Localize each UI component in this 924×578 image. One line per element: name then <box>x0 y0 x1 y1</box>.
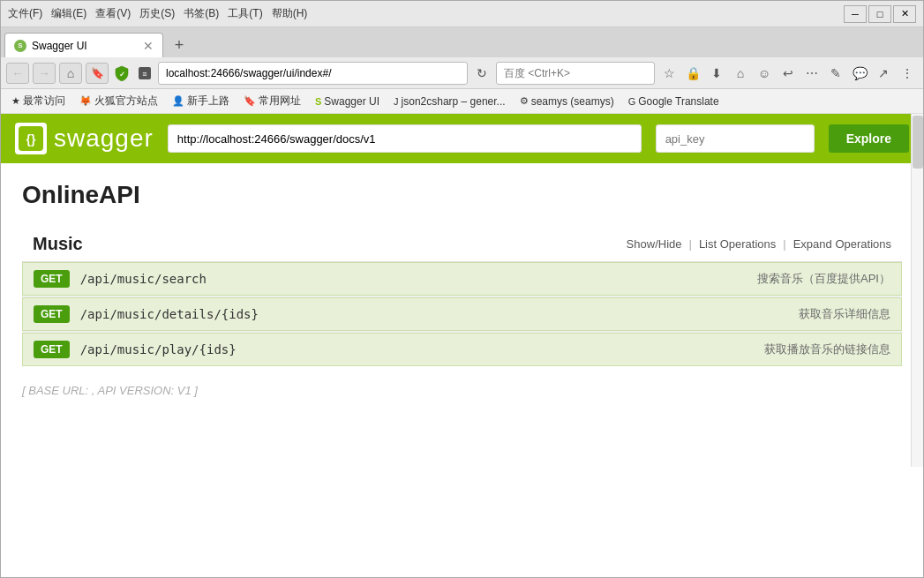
close-button[interactable]: ✕ <box>893 5 916 23</box>
swagger-logo: {} swagger <box>15 123 154 154</box>
bookmark-swagger-icon: S <box>315 96 321 107</box>
bookmark-common[interactable]: 🔖 常用网址 <box>240 92 304 110</box>
endpoint-desc-details: 获取音乐详细信息 <box>799 306 890 322</box>
endpoints-list: GET /api/music/search 搜索音乐（百度提供API） GET … <box>22 262 902 366</box>
svg-text:{}: {} <box>26 132 36 146</box>
method-badge-get-2: GET <box>34 305 70 323</box>
home-button[interactable]: ⌂ <box>59 63 82 84</box>
bookmark-newbie-icon: 👤 <box>172 95 184 107</box>
api-title: OnlineAPI <box>22 181 902 209</box>
method-badge-get-3: GET <box>34 341 70 358</box>
bookmark-label: Swagger UI <box>324 95 379 108</box>
bookmark-label: 新手上路 <box>187 94 229 109</box>
music-section: Music Show/Hide | List Operations | Expa… <box>22 227 902 366</box>
bookmark-github-icon: ⚙ <box>520 95 529 107</box>
menu-tools[interactable]: 工具(T) <box>228 6 262 21</box>
tab-close-button[interactable]: ✕ <box>143 39 154 53</box>
home-nav-icon[interactable]: ⌂ <box>730 63 751 84</box>
address-bar-input[interactable] <box>158 62 468 85</box>
expand-operations-link[interactable]: Expand Operations <box>793 237 891 251</box>
nav-bar: ← → ⌂ 🔖 ✓ ≡ ↻ ☆ 🔒 ⬇ ⌂ ☺ ↩ ⋯ ✎ 💬 ↗ ⋮ <box>1 57 923 89</box>
pencil-icon[interactable]: ✎ <box>825 63 846 84</box>
swagger-logo-text: swagger <box>54 124 154 153</box>
bookmark-label: json2csharp – gener... <box>402 95 506 108</box>
bookmark-label: 常用网址 <box>259 94 301 109</box>
bookmark-star-icon: ★ <box>11 95 20 107</box>
menu-view[interactable]: 查看(V) <box>95 6 131 21</box>
bookmark-firefox[interactable]: 🦊 火狐官方站点 <box>76 92 162 110</box>
swagger-header: {} swagger Explore <box>1 114 923 163</box>
svg-text:≡: ≡ <box>142 70 146 79</box>
endpoint-path-details: /api/music/details/{ids} <box>80 307 788 321</box>
divider-1: | <box>688 237 691 251</box>
swagger-logo-icon: {} <box>15 123 47 154</box>
tab-bar: S Swagger UI ✕ + <box>1 27 923 57</box>
endpoint-row-details[interactable]: GET /api/music/details/{ids} 获取音乐详细信息 <box>22 297 902 331</box>
endpoint-desc-play: 获取播放音乐的链接信息 <box>764 342 890 357</box>
bookmark-newbie[interactable]: 👤 新手上路 <box>169 92 233 110</box>
tab-label: Swagger UI <box>32 40 138 52</box>
restore-button[interactable]: □ <box>868 5 891 23</box>
menu-edit[interactable]: 编辑(E) <box>51 6 86 21</box>
scrollbar-track[interactable] <box>911 114 923 467</box>
bookmark-most-visited[interactable]: ★ 最常访问 <box>8 92 69 110</box>
menu-history[interactable]: 历史(S) <box>139 6 175 21</box>
bookmark-translate-icon: G <box>628 96 636 107</box>
swagger-api-key-input[interactable] <box>656 124 815 153</box>
section-actions: Show/Hide | List Operations | Expand Ope… <box>627 237 891 251</box>
section-header: Music Show/Hide | List Operations | Expa… <box>22 227 902 262</box>
endpoint-row-play[interactable]: GET /api/music/play/{ids} 获取播放音乐的链接信息 <box>22 333 902 366</box>
scrollbar-thumb[interactable] <box>913 116 923 169</box>
more-icon[interactable]: ⋯ <box>801 63 823 84</box>
smiley-icon[interactable]: ☺ <box>754 63 775 84</box>
endpoint-desc-search: 搜索音乐（百度提供API） <box>757 271 890 287</box>
bookmark-label: 最常访问 <box>23 94 65 109</box>
search-input[interactable] <box>496 62 655 85</box>
minimize-button[interactable]: ─ <box>844 5 867 23</box>
method-badge-get-1: GET <box>34 270 70 288</box>
forward-button[interactable]: → <box>33 63 56 84</box>
back-arrow-icon[interactable]: ↩ <box>778 63 799 84</box>
bookmark-label: 火狐官方站点 <box>94 94 158 109</box>
window-controls: ─ □ ✕ <box>844 5 916 23</box>
divider-2: | <box>783 237 785 251</box>
endpoint-path-search: /api/music/search <box>80 272 747 286</box>
swagger-main-content: OnlineAPI Music Show/Hide | List Operati… <box>1 163 923 415</box>
section-title: Music <box>33 234 627 254</box>
bookmark-json-icon: J <box>394 96 399 107</box>
speech-icon[interactable]: 💬 <box>849 63 870 84</box>
tab-favicon: S <box>14 40 26 52</box>
active-tab[interactable]: S Swagger UI ✕ <box>4 33 163 57</box>
bookmark-label: seamys (seamys) <box>531 95 614 108</box>
back-button[interactable]: ← <box>6 63 29 84</box>
browser-frame: 文件(F) 编辑(E) 查看(V) 历史(S) 书签(B) 工具(T) 帮助(H… <box>0 0 924 578</box>
show-hide-link[interactable]: Show/Hide <box>627 237 682 251</box>
title-bar-menu: 文件(F) 编辑(E) 查看(V) 历史(S) 书签(B) 工具(T) 帮助(H… <box>8 6 307 21</box>
menu-dots-icon[interactable]: ⋮ <box>897 63 918 84</box>
menu-file[interactable]: 文件(F) <box>8 6 42 21</box>
menu-help[interactable]: 帮助(H) <box>272 6 308 21</box>
menu-bookmarks[interactable]: 书签(B) <box>184 6 219 21</box>
endpoint-row-search[interactable]: GET /api/music/search 搜索音乐（百度提供API） <box>22 262 902 296</box>
share-icon[interactable]: ↗ <box>873 63 894 84</box>
refresh-button[interactable]: ↻ <box>471 63 492 84</box>
extra-icon: ≡ <box>135 64 154 83</box>
title-bar: 文件(F) 编辑(E) 查看(V) 历史(S) 书签(B) 工具(T) 帮助(H… <box>1 1 923 27</box>
bookmark-translate[interactable]: G Google Translate <box>625 94 723 109</box>
page-wrapper: {} swagger Explore OnlineAPI Music Show/ <box>1 114 923 577</box>
explore-button[interactable]: Explore <box>829 124 909 153</box>
bookmark-json2csharp[interactable]: J json2csharp – gener... <box>390 94 509 109</box>
bookmarks-bar: ★ 最常访问 🦊 火狐官方站点 👤 新手上路 🔖 常用网址 S Swagger … <box>1 89 923 114</box>
nav-toolbar-icons: ☆ 🔒 ⬇ ⌂ ☺ ↩ ⋯ ✎ 💬 ↗ ⋮ <box>658 63 918 84</box>
star-icon[interactable]: ☆ <box>658 63 680 84</box>
list-operations-link[interactable]: List Operations <box>699 237 776 251</box>
bookmark-star[interactable]: 🔖 <box>86 63 109 84</box>
base-url-info: [ BASE URL: , API VERSION: V1 ] <box>22 384 902 397</box>
swagger-url-input[interactable] <box>168 124 642 153</box>
bookmark-seamys[interactable]: ⚙ seamys (seamys) <box>516 94 618 109</box>
download-icon[interactable]: ⬇ <box>706 63 727 84</box>
security-shield-icon: ✓ <box>112 64 131 83</box>
new-tab-button[interactable]: + <box>167 33 192 57</box>
lock-icon[interactable]: 🔒 <box>682 63 703 84</box>
bookmark-swagger[interactable]: S Swagger UI <box>312 94 383 109</box>
